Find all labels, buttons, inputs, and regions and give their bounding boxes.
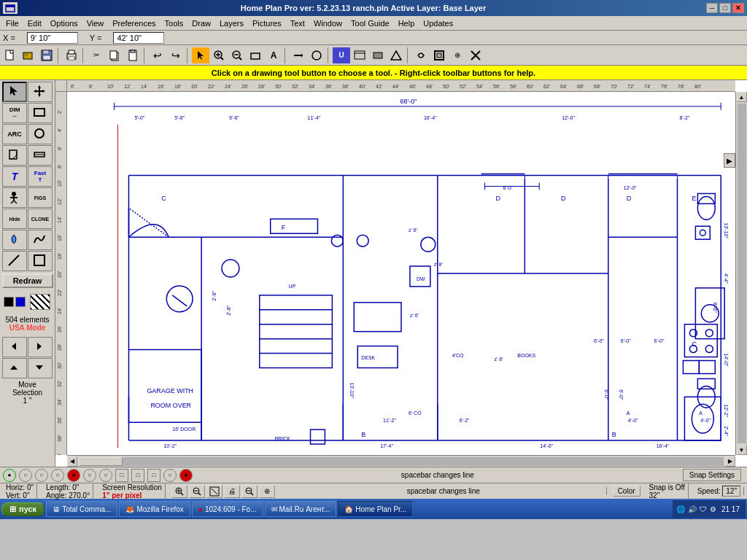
copy-button[interactable] xyxy=(106,47,123,63)
tb-btn-b[interactable]: A xyxy=(265,47,282,63)
curve-tool[interactable] xyxy=(28,230,53,250)
hide-tool[interactable]: Hide xyxy=(2,209,27,229)
scroll-down-btn[interactable]: ▼ xyxy=(737,445,747,455)
taskbar-item-3[interactable]: ● 1024:609 - Fo... xyxy=(192,501,263,517)
open-button[interactable] xyxy=(20,47,37,63)
zoom-btn-1[interactable] xyxy=(171,485,187,498)
menu-draw[interactable]: Draw xyxy=(187,18,215,29)
taskbar-item-5[interactable]: 🏠 Home Plan Pr... xyxy=(338,501,413,517)
select-tool[interactable] xyxy=(2,82,27,102)
color-swatch-black[interactable] xyxy=(4,297,14,307)
snap-btn-5[interactable]: ● xyxy=(67,469,80,482)
snap-btn-4[interactable]: ○ xyxy=(51,469,64,482)
figs-tool[interactable]: FIGS xyxy=(28,187,53,208)
vertical-scrollbar[interactable]: ▲ ▼ xyxy=(735,92,747,455)
scroll-left-btn[interactable]: ◀ xyxy=(67,456,77,467)
menu-toolguide[interactable]: Tool Guide xyxy=(347,18,394,29)
horizontal-scrollbar[interactable]: ◀ ▶ xyxy=(67,455,735,467)
redraw-button[interactable]: Redraw xyxy=(2,273,53,288)
menu-view[interactable]: View xyxy=(82,18,109,29)
dim-tool[interactable]: DIM↔ xyxy=(2,103,27,123)
scroll-v-track[interactable] xyxy=(738,104,746,443)
zoom-in-btn[interactable] xyxy=(210,47,228,63)
zoom-btn-4[interactable]: 🖨 xyxy=(224,485,240,498)
print-button[interactable] xyxy=(63,47,80,63)
line-tool[interactable] xyxy=(2,251,27,271)
fast-text-tool[interactable]: FastT xyxy=(28,166,53,187)
zoom-out-btn[interactable] xyxy=(228,47,246,63)
taskbar-item-1[interactable]: 🖥 Total Comma... xyxy=(46,501,117,517)
tb-btn-i[interactable] xyxy=(412,47,430,63)
menu-pictures[interactable]: Pictures xyxy=(248,18,286,29)
menu-options[interactable]: Options xyxy=(46,18,82,29)
snap-btn-6[interactable]: ○ xyxy=(83,469,96,482)
paste-button[interactable] xyxy=(124,47,142,63)
zoom-btn-5[interactable] xyxy=(241,485,258,498)
move-left-btn[interactable] xyxy=(2,337,27,357)
tb-btn-j[interactable] xyxy=(430,47,448,63)
scroll-up-btn[interactable]: ▲ xyxy=(737,92,747,102)
move-tool[interactable] xyxy=(28,82,53,102)
snap-btn-11[interactable]: ○ xyxy=(163,469,177,482)
tb-btn-l[interactable] xyxy=(467,47,484,63)
zoom-btn-2[interactable] xyxy=(189,485,205,498)
taskbar-item-4[interactable]: ✉ Mail.Ru Агент... xyxy=(265,501,337,517)
snap-btn-8[interactable]: □ xyxy=(115,469,128,482)
scroll-right-btn[interactable]: ▶ xyxy=(725,456,735,467)
tb-btn-a[interactable] xyxy=(247,47,264,63)
redo-button[interactable]: ↪ xyxy=(167,47,185,63)
minimize-button[interactable]: ─ xyxy=(706,3,718,13)
box-tool[interactable] xyxy=(28,251,53,271)
snap-btn-9[interactable]: □ xyxy=(131,469,144,482)
cut-button[interactable]: ✂ xyxy=(88,47,105,63)
save-button[interactable] xyxy=(38,47,55,63)
menu-file[interactable]: File xyxy=(1,18,23,29)
tb-btn-f[interactable] xyxy=(351,47,368,63)
y-input[interactable] xyxy=(113,32,164,44)
maximize-button[interactable]: □ xyxy=(719,3,731,13)
snap-btn-12[interactable]: ● xyxy=(179,469,193,482)
text-tool[interactable]: T xyxy=(2,166,27,187)
paint-tool[interactable] xyxy=(2,230,27,250)
scroll-right-indicator[interactable]: ▶ xyxy=(724,153,735,168)
select-tool-btn[interactable] xyxy=(192,47,209,63)
circle-tool[interactable] xyxy=(28,124,53,144)
tb-btn-c[interactable] xyxy=(290,47,307,63)
tb-btn-k[interactable]: ⊕ xyxy=(449,47,466,63)
menu-layers[interactable]: Layers xyxy=(215,18,248,29)
zoom-btn-6[interactable]: ⊕ xyxy=(259,485,275,498)
tb-btn-h[interactable] xyxy=(387,47,405,63)
zoom-btn-3[interactable] xyxy=(206,485,222,498)
snap-btn-1[interactable]: ● xyxy=(3,469,16,482)
move-right-btn[interactable] xyxy=(28,337,53,357)
menu-help[interactable]: Help xyxy=(394,18,419,29)
tb-btn-e[interactable]: U xyxy=(333,47,350,63)
menu-preferences[interactable]: Preferences xyxy=(108,18,160,29)
menu-updates[interactable]: Updates xyxy=(419,18,457,29)
start-button[interactable]: ⊞ пуск xyxy=(1,502,44,516)
fig-tool[interactable] xyxy=(2,187,27,208)
snap-btn-3[interactable]: ○ xyxy=(35,469,48,482)
move-up-btn[interactable] xyxy=(2,358,27,378)
menu-edit[interactable]: Edit xyxy=(23,18,46,29)
snap-settings-button[interactable]: Snap Settings xyxy=(683,469,741,481)
window-tool[interactable] xyxy=(28,145,53,166)
snap-btn-2[interactable]: ○ xyxy=(19,469,32,482)
tb-btn-d[interactable] xyxy=(308,47,325,63)
menu-tools[interactable]: Tools xyxy=(160,18,188,29)
x-input[interactable] xyxy=(27,32,78,44)
rect-tool[interactable] xyxy=(28,103,53,123)
scroll-h-track[interactable] xyxy=(79,457,724,466)
menu-text[interactable]: Text xyxy=(286,18,309,29)
color-button[interactable]: Color xyxy=(613,486,640,497)
color-swatch-blue[interactable] xyxy=(15,297,26,307)
new-button[interactable] xyxy=(1,47,19,63)
taskbar-item-2[interactable]: 🦊 Mozilla Firefox xyxy=(119,501,190,517)
snap-btn-10[interactable]: □ xyxy=(147,469,160,482)
arc-tool[interactable]: ARC xyxy=(2,124,27,144)
door-tool[interactable] xyxy=(2,145,27,166)
clone-tool[interactable]: CLONE xyxy=(28,209,53,229)
canvas-area[interactable]: 6' 8' 10' 12' 14' 16' 18' 20' 22' 24' 26… xyxy=(55,80,747,467)
floor-plan-canvas[interactable]: .plan-line { stroke: #0000aa; stroke-wid… xyxy=(67,92,735,455)
snap-btn-7[interactable]: ○ xyxy=(99,469,112,482)
